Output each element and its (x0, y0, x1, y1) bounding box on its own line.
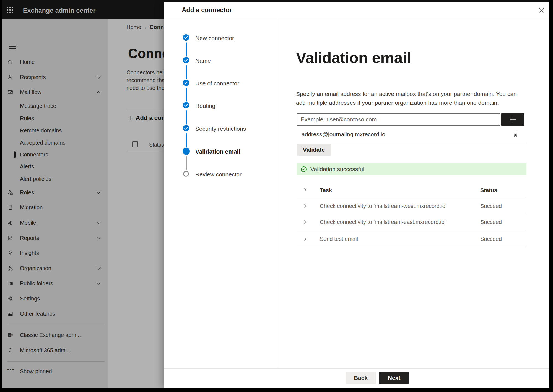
wizard-steps: New connector Name Use of connector Rout… (164, 18, 279, 368)
back-button[interactable]: Back (346, 372, 376, 384)
email-address-input[interactable] (297, 113, 500, 126)
task-cell: Check connectivity to 'mailstream-west.m… (320, 203, 446, 209)
wizard-step-use-of-connector[interactable]: Use of connector (164, 79, 279, 88)
dialog-title: Add a connector (182, 6, 232, 14)
added-address-text: address@journaling.mxrecord.io (302, 131, 385, 138)
table-row: Check connectivity to 'mailstream-west.m… (297, 198, 526, 214)
banner-text: Validation successful (310, 166, 364, 173)
wizard-step-validation-email[interactable]: Validation email (164, 147, 279, 156)
validate-button[interactable]: Validate (297, 144, 331, 156)
status-cell: Succeed (480, 236, 502, 242)
close-icon[interactable] (536, 5, 546, 15)
address-list-divider (297, 142, 526, 142)
task-cell: Send test email (320, 236, 358, 242)
step-completed-check-icon (183, 80, 189, 86)
wizard-step-new-connector[interactable]: New connector (164, 34, 279, 43)
step-upcoming-circle-icon (183, 171, 189, 177)
task-cell: Check connectivity to 'mailstream-east.m… (320, 219, 445, 225)
step-completed-check-icon (183, 57, 189, 63)
add-address-button[interactable] (501, 113, 524, 126)
step-completed-check-icon (183, 125, 189, 131)
expand-row-chevron-icon[interactable] (304, 237, 307, 241)
step-connector-line (186, 65, 187, 79)
step-connector-line (186, 110, 187, 125)
step-current-dot-icon (183, 148, 190, 155)
step-connector-line (186, 133, 187, 148)
step-connector-line (186, 88, 187, 102)
expand-row-chevron-icon[interactable] (304, 220, 307, 224)
table-row: Check connectivity to 'mailstream-east.m… (297, 214, 526, 230)
validation-results-table: Task Status Check connectivity to 'mails… (297, 182, 526, 247)
step-completed-check-icon (183, 34, 189, 41)
plus-icon (510, 116, 516, 123)
added-address-row: address@journaling.mxrecord.io (297, 129, 526, 140)
status-column-header: Status (480, 187, 497, 194)
trash-icon (513, 131, 518, 138)
next-button[interactable]: Next (379, 372, 409, 384)
wizard-step-name[interactable]: Name (164, 56, 279, 65)
step-completed-check-icon (183, 102, 189, 108)
expand-row-chevron-icon[interactable] (304, 204, 307, 208)
dialog-header: Add a connector (164, 2, 549, 18)
delete-address-button[interactable] (510, 129, 521, 140)
step-description: Specify an email address for an active m… (296, 90, 521, 107)
wizard-step-routing[interactable]: Routing (164, 101, 279, 110)
status-cell: Succeed (480, 203, 502, 209)
task-column-header: Task (320, 187, 332, 194)
step-connector-line (186, 42, 187, 57)
table-header-row: Task Status (297, 182, 526, 198)
add-connector-dialog: Add a connector New connector Name Use o… (164, 2, 549, 388)
footer-divider (164, 368, 549, 369)
step-heading: Validation email (296, 49, 411, 67)
wizard-step-security-restrictions[interactable]: Security restrictions (164, 124, 279, 133)
step-connector-line-upcoming (186, 156, 187, 170)
status-cell: Succeed (480, 219, 502, 225)
wizard-step-review-connector[interactable]: Review connector (164, 170, 279, 179)
table-row: Send test email Succeed (297, 230, 526, 247)
expand-all-chevron-icon[interactable] (304, 188, 307, 192)
success-check-icon (301, 166, 307, 172)
validation-success-banner: Validation successful (297, 163, 526, 175)
